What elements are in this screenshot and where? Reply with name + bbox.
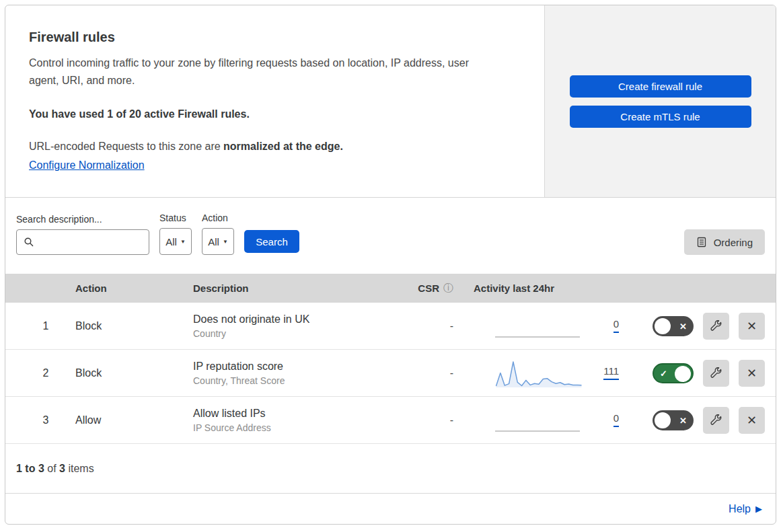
search-input[interactable] [16, 229, 149, 255]
rule-description[interactable]: IP reputation score [193, 360, 400, 373]
rule-description-cell: Does not originate in UK Country [193, 313, 400, 339]
activity-sparkline [495, 311, 583, 341]
search-icon [24, 237, 34, 248]
arrow-right-icon: ▶ [755, 504, 762, 513]
rule-action: Block [75, 320, 193, 332]
rule-controls: ✓ ✕ ✕ [619, 360, 765, 387]
activity-sparkline [495, 406, 583, 435]
rule-description-cell: Allow listed IPs IP Source Address [193, 408, 400, 433]
activity-count-link[interactable]: 0 [613, 319, 619, 333]
rule-fields: Country [193, 328, 400, 339]
normalization-bold: normalized at the edge. [223, 141, 343, 152]
header-section: Firewall rules Control incoming traffic … [5, 5, 776, 198]
enable-toggle[interactable]: ✓ ✕ [653, 363, 694, 383]
rule-controls: ✓ ✕ ✕ [619, 313, 765, 340]
cross-icon: ✕ [679, 415, 687, 425]
status-label: Status [159, 213, 192, 223]
search-text-field[interactable] [34, 230, 149, 254]
delete-rule-button[interactable]: ✕ [739, 360, 765, 387]
toggle-knob [675, 366, 691, 382]
activity-sparkline [495, 358, 583, 388]
wrench-icon [710, 414, 722, 426]
firewall-rules-card: Firewall rules Control incoming traffic … [5, 5, 776, 525]
delete-rule-button[interactable]: ✕ [739, 313, 765, 340]
table-row: 1 Block Does not originate in UK Country… [5, 303, 776, 350]
column-description: Description [193, 282, 400, 294]
cross-icon: ✕ [679, 321, 687, 331]
rule-priority: 3 [16, 414, 75, 426]
activity-count-link[interactable]: 111 [603, 366, 619, 380]
help-link[interactable]: Help ▶ [729, 503, 762, 515]
column-activity: Activity last 24hr [457, 282, 619, 294]
create-firewall-rule-button[interactable]: Create firewall rule [570, 75, 751, 98]
rule-description-cell: IP reputation score Country, Threat Scor… [193, 360, 400, 386]
status-dropdown[interactable]: All ▼ [159, 228, 192, 255]
help-label: Help [729, 503, 751, 515]
normalization-text: URL-encoded Requests to this zone are [29, 141, 221, 152]
check-icon: ✓ [660, 368, 667, 378]
filter-bar: Search description... Status All ▼ Actio… [5, 198, 776, 274]
info-icon[interactable]: ⓘ [443, 282, 453, 295]
table-header: Action Description CSR ⓘ Activity last 2… [5, 274, 776, 303]
close-icon: ✕ [747, 366, 757, 381]
rule-csr-value: - [400, 414, 457, 426]
items-text: items [68, 463, 94, 474]
activity-count-link[interactable]: 0 [613, 413, 619, 427]
rule-action: Block [75, 367, 193, 379]
edit-rule-button[interactable] [703, 360, 729, 387]
search-group: Search description... [16, 214, 149, 255]
page-title: Firewall rules [29, 30, 524, 45]
table-row: 2 Block IP reputation score Country, Thr… [5, 350, 776, 397]
search-button[interactable]: Search [244, 230, 299, 253]
chevron-down-icon: ▼ [180, 239, 186, 245]
rule-description[interactable]: Allow listed IPs [193, 408, 400, 420]
actions-panel: Create firewall rule Create mTLS rule [544, 5, 776, 197]
enable-toggle[interactable]: ✓ ✕ [653, 316, 694, 336]
usage-summary: You have used 1 of 20 active Firewall ru… [29, 108, 524, 120]
of-text: of [47, 463, 56, 474]
rule-action: Allow [75, 414, 193, 426]
rule-fields: IP Source Address [193, 422, 400, 433]
column-csr: CSR ⓘ [400, 282, 457, 295]
chevron-down-icon: ▼ [223, 239, 228, 245]
list-document-icon [696, 237, 707, 248]
configure-normalization-link[interactable]: Configure Normalization [29, 159, 145, 172]
rule-fields: Country, Threat Score [193, 375, 400, 386]
rule-description[interactable]: Does not originate in UK [193, 313, 400, 326]
create-mtls-rule-button[interactable]: Create mTLS rule [570, 106, 751, 128]
action-label: Action [202, 213, 234, 223]
ordering-button[interactable]: Ordering [684, 229, 765, 255]
rule-activity-cell: 111 [457, 358, 619, 388]
delete-rule-button[interactable]: ✕ [739, 407, 765, 434]
range-text: 1 to 3 [16, 463, 44, 474]
wrench-icon [710, 367, 722, 379]
normalization-note: URL-encoded Requests to this zone are no… [29, 141, 524, 153]
toggle-knob [655, 412, 671, 428]
table-body: 1 Block Does not originate in UK Country… [5, 303, 776, 444]
rule-controls: ✓ ✕ ✕ [619, 407, 765, 434]
table-row: 3 Allow Allow listed IPs IP Source Addre… [5, 397, 776, 444]
rule-activity-cell: 0 [457, 311, 619, 341]
total-text: 3 [59, 463, 65, 474]
close-icon: ✕ [747, 413, 757, 428]
column-action: Action [75, 282, 193, 294]
status-group: Status All ▼ [159, 213, 192, 255]
toggle-knob [655, 318, 671, 334]
wrench-icon [710, 320, 722, 332]
enable-toggle[interactable]: ✓ ✕ [653, 410, 694, 430]
edit-rule-button[interactable] [703, 407, 729, 434]
column-csr-label: CSR [418, 282, 439, 294]
action-group: Action All ▼ [202, 213, 234, 255]
pagination-summary: 1 to 3 of 3 items [5, 444, 776, 494]
help-bar: Help ▶ [5, 494, 776, 524]
status-dropdown-value: All [165, 236, 177, 248]
action-dropdown-value: All [208, 236, 219, 248]
rule-priority: 2 [16, 367, 75, 379]
page-description: Control incoming traffic to your zone by… [29, 54, 500, 89]
action-dropdown[interactable]: All ▼ [202, 228, 234, 255]
ordering-button-label: Ordering [714, 237, 753, 248]
rule-csr-value: - [400, 320, 457, 332]
search-label: Search description... [16, 214, 149, 225]
rule-priority: 1 [16, 320, 75, 332]
edit-rule-button[interactable] [703, 313, 729, 340]
